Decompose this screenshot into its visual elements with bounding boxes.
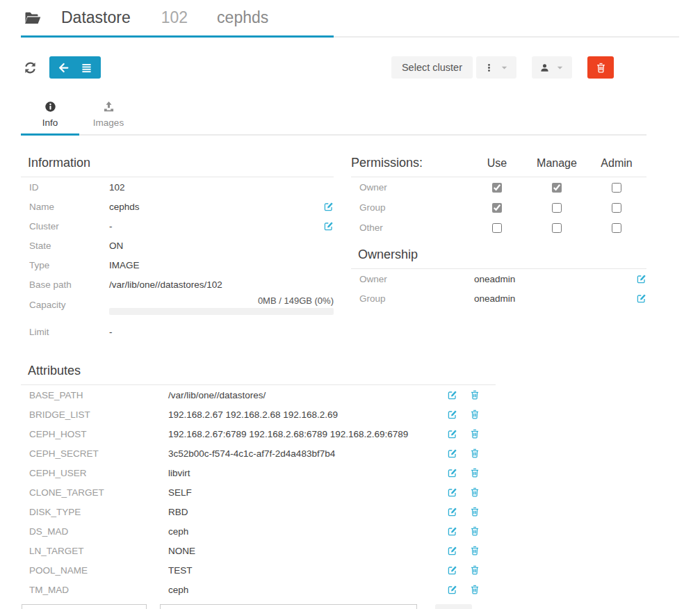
delete-attribute-button[interactable] xyxy=(470,487,480,497)
permissions-col-manage: Manage xyxy=(527,157,587,170)
permissions-header: Permissions: Use Manage Admin xyxy=(351,156,646,177)
attribute-key: TM_MAD xyxy=(29,585,168,595)
info-label: Capacity xyxy=(29,295,109,310)
refresh-button[interactable] xyxy=(21,58,40,77)
edit-group-button[interactable] xyxy=(637,293,646,303)
new-attribute-key-input[interactable] xyxy=(22,604,147,609)
delete-button[interactable] xyxy=(587,56,614,79)
edit-owner-button[interactable] xyxy=(637,274,646,284)
tab-images-label: Images xyxy=(93,117,124,128)
delete-attribute-button[interactable] xyxy=(470,429,480,439)
delete-attribute-button[interactable] xyxy=(470,468,480,478)
edit-icon xyxy=(448,390,457,400)
edit-attribute-button[interactable] xyxy=(448,507,457,517)
attribute-row: CEPH_USER libvirt xyxy=(21,463,480,482)
delete-attribute-button[interactable] xyxy=(470,390,480,400)
delete-attribute-button[interactable] xyxy=(470,546,480,555)
delete-attribute-button[interactable] xyxy=(470,585,480,594)
perm-other-use-checkbox[interactable] xyxy=(492,223,502,233)
edit-icon xyxy=(448,487,457,497)
edit-attribute-button[interactable] xyxy=(448,429,457,439)
ownership-dropdown-button[interactable] xyxy=(532,56,572,79)
edit-cluster-button[interactable] xyxy=(324,221,334,231)
attribute-value: 3c52b00c-f574-4c1c-af7f-2d4a483bf7b4 xyxy=(168,448,446,459)
more-actions-dropdown-button[interactable] xyxy=(476,56,516,79)
edit-icon xyxy=(448,507,457,517)
edit-attribute-button[interactable] xyxy=(448,409,457,419)
perm-owner-admin-checkbox[interactable] xyxy=(612,183,621,193)
perm-group-manage-checkbox[interactable] xyxy=(552,203,562,213)
perm-other-admin-checkbox[interactable] xyxy=(612,223,621,233)
perm-other-manage-checkbox[interactable] xyxy=(552,223,562,233)
information-title: Information xyxy=(21,156,334,177)
info-row-state: State ON xyxy=(21,236,334,255)
delete-attribute-button[interactable] xyxy=(470,448,480,458)
attribute-row: BRIDGE_LIST 192.168.2.67 192.168.2.68 19… xyxy=(21,405,480,424)
chevron-down-icon xyxy=(556,64,564,72)
delete-attribute-button[interactable] xyxy=(470,526,480,536)
tab-info[interactable]: Info xyxy=(21,97,79,134)
perm-row-label: Other xyxy=(351,222,467,233)
ownership-title: Ownership xyxy=(351,247,646,268)
info-value: 102 xyxy=(109,182,334,193)
edit-attribute-button[interactable] xyxy=(448,546,457,555)
attribute-row: BASE_PATH /var/lib/one//datastores/ xyxy=(21,385,480,405)
attribute-key: CEPH_USER xyxy=(29,468,168,478)
permissions-title: Permissions: xyxy=(351,156,467,170)
delete-attribute-button[interactable] xyxy=(470,409,480,419)
attributes-title: Attributes xyxy=(21,364,646,384)
datastore-detail-page: Datastore 102 cephds Select cluster xyxy=(0,0,700,609)
edit-icon xyxy=(448,546,457,555)
edit-attribute-button[interactable] xyxy=(448,468,457,478)
resource-name: cephds xyxy=(217,8,268,27)
back-and-list-button-group[interactable] xyxy=(49,56,101,79)
info-label: Name xyxy=(29,202,109,212)
perm-owner-manage-checkbox[interactable] xyxy=(552,183,562,193)
perm-group-use-checkbox[interactable] xyxy=(492,203,502,213)
trash-icon xyxy=(470,585,480,594)
edit-icon xyxy=(448,468,457,478)
list-icon[interactable] xyxy=(81,63,92,73)
edit-attribute-button[interactable] xyxy=(448,585,457,594)
select-cluster-button[interactable]: Select cluster xyxy=(391,56,473,79)
info-panel: Information ID 102 Name cephds Cluster - xyxy=(21,156,646,343)
edit-attribute-button[interactable] xyxy=(448,565,457,575)
perm-group-admin-checkbox[interactable] xyxy=(612,203,621,213)
attribute-value: 192.168.2.67:6789 192.168.2.68:6789 192.… xyxy=(168,429,446,439)
edit-icon xyxy=(448,585,457,594)
permission-row-owner: Owner xyxy=(351,177,646,197)
tab-images[interactable]: Images xyxy=(79,97,138,134)
delete-attribute-button[interactable] xyxy=(470,565,480,575)
info-label: Type xyxy=(29,260,109,270)
edit-icon xyxy=(448,429,457,439)
select-cluster-label: Select cluster xyxy=(402,62,462,73)
permission-row-group: Group xyxy=(351,197,646,218)
perm-owner-use-checkbox[interactable] xyxy=(492,183,502,193)
page-header: Datastore 102 cephds xyxy=(21,6,679,35)
ownership-row-owner: Owner oneadmin xyxy=(351,269,646,289)
edit-attribute-button[interactable] xyxy=(448,390,457,400)
attribute-value: TEST xyxy=(168,565,446,576)
new-attribute-value-input[interactable] xyxy=(160,604,417,609)
trash-icon xyxy=(470,448,480,458)
attribute-row: CLONE_TARGET SELF xyxy=(21,482,480,502)
add-attribute-button[interactable]: Add xyxy=(435,604,472,609)
toolbar-left xyxy=(21,56,101,79)
info-value: /var/lib/one//datastores/102 xyxy=(109,279,334,290)
edit-attribute-button[interactable] xyxy=(448,487,457,497)
capacity-usage-text: 0MB / 149GB (0%) xyxy=(109,295,334,306)
edit-attribute-button[interactable] xyxy=(448,448,457,458)
attribute-value: RBD xyxy=(168,507,446,517)
attributes-section: Attributes BASE_PATH /var/lib/one//datas… xyxy=(21,364,646,609)
trash-icon xyxy=(470,487,480,497)
edit-name-button[interactable] xyxy=(324,202,334,211)
capacity-widget: 0MB / 149GB (0%) xyxy=(109,295,334,315)
attribute-key: BRIDGE_LIST xyxy=(29,409,168,420)
edit-attribute-button[interactable] xyxy=(448,526,457,536)
back-arrow-icon[interactable] xyxy=(58,63,69,73)
info-value: - xyxy=(109,327,334,337)
perm-row-label: Group xyxy=(351,202,467,213)
delete-attribute-button[interactable] xyxy=(470,507,480,517)
ownership-label: Group xyxy=(359,293,474,304)
info-circle-icon xyxy=(44,101,56,113)
